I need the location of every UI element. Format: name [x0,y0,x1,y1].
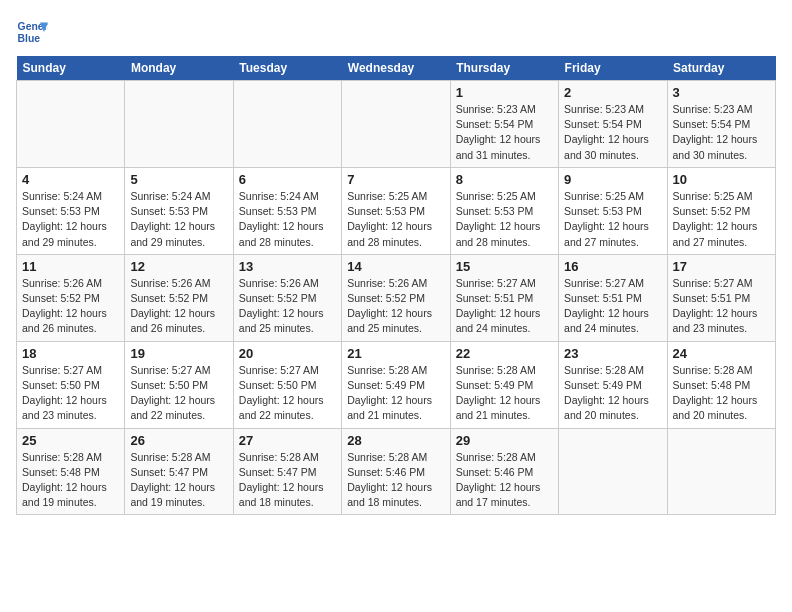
day-info: Sunrise: 5:27 AM Sunset: 5:50 PM Dayligh… [239,363,336,424]
day-number: 2 [564,85,661,100]
calendar-cell: 16Sunrise: 5:27 AM Sunset: 5:51 PM Dayli… [559,254,667,341]
day-info: Sunrise: 5:25 AM Sunset: 5:53 PM Dayligh… [564,189,661,250]
day-info: Sunrise: 5:25 AM Sunset: 5:53 PM Dayligh… [347,189,444,250]
day-info: Sunrise: 5:28 AM Sunset: 5:47 PM Dayligh… [239,450,336,511]
day-number: 20 [239,346,336,361]
day-info: Sunrise: 5:24 AM Sunset: 5:53 PM Dayligh… [239,189,336,250]
week-row-3: 11Sunrise: 5:26 AM Sunset: 5:52 PM Dayli… [17,254,776,341]
calendar-cell: 24Sunrise: 5:28 AM Sunset: 5:48 PM Dayli… [667,341,775,428]
day-info: Sunrise: 5:28 AM Sunset: 5:48 PM Dayligh… [673,363,770,424]
day-info: Sunrise: 5:24 AM Sunset: 5:53 PM Dayligh… [22,189,119,250]
weekday-thursday: Thursday [450,56,558,81]
weekday-tuesday: Tuesday [233,56,341,81]
calendar-cell: 15Sunrise: 5:27 AM Sunset: 5:51 PM Dayli… [450,254,558,341]
day-number: 1 [456,85,553,100]
calendar-cell: 12Sunrise: 5:26 AM Sunset: 5:52 PM Dayli… [125,254,233,341]
day-info: Sunrise: 5:26 AM Sunset: 5:52 PM Dayligh… [22,276,119,337]
day-number: 21 [347,346,444,361]
day-number: 22 [456,346,553,361]
day-number: 3 [673,85,770,100]
weekday-wednesday: Wednesday [342,56,450,81]
weekday-sunday: Sunday [17,56,125,81]
calendar-cell: 29Sunrise: 5:28 AM Sunset: 5:46 PM Dayli… [450,428,558,515]
day-info: Sunrise: 5:27 AM Sunset: 5:50 PM Dayligh… [130,363,227,424]
calendar-table: SundayMondayTuesdayWednesdayThursdayFrid… [16,56,776,515]
day-number: 17 [673,259,770,274]
weekday-friday: Friday [559,56,667,81]
calendar-cell [559,428,667,515]
day-info: Sunrise: 5:25 AM Sunset: 5:52 PM Dayligh… [673,189,770,250]
day-number: 8 [456,172,553,187]
calendar-cell: 14Sunrise: 5:26 AM Sunset: 5:52 PM Dayli… [342,254,450,341]
day-number: 7 [347,172,444,187]
calendar-cell: 27Sunrise: 5:28 AM Sunset: 5:47 PM Dayli… [233,428,341,515]
day-info: Sunrise: 5:26 AM Sunset: 5:52 PM Dayligh… [130,276,227,337]
page-header: General Blue [16,16,776,48]
calendar-cell: 21Sunrise: 5:28 AM Sunset: 5:49 PM Dayli… [342,341,450,428]
day-number: 13 [239,259,336,274]
day-number: 15 [456,259,553,274]
day-info: Sunrise: 5:23 AM Sunset: 5:54 PM Dayligh… [456,102,553,163]
day-number: 23 [564,346,661,361]
svg-text:Blue: Blue [18,33,41,44]
day-info: Sunrise: 5:26 AM Sunset: 5:52 PM Dayligh… [239,276,336,337]
day-info: Sunrise: 5:26 AM Sunset: 5:52 PM Dayligh… [347,276,444,337]
calendar-cell: 4Sunrise: 5:24 AM Sunset: 5:53 PM Daylig… [17,167,125,254]
calendar-cell: 23Sunrise: 5:28 AM Sunset: 5:49 PM Dayli… [559,341,667,428]
calendar-cell: 17Sunrise: 5:27 AM Sunset: 5:51 PM Dayli… [667,254,775,341]
calendar-cell: 28Sunrise: 5:28 AM Sunset: 5:46 PM Dayli… [342,428,450,515]
day-number: 4 [22,172,119,187]
calendar-cell: 2Sunrise: 5:23 AM Sunset: 5:54 PM Daylig… [559,81,667,168]
week-row-1: 1Sunrise: 5:23 AM Sunset: 5:54 PM Daylig… [17,81,776,168]
day-info: Sunrise: 5:28 AM Sunset: 5:48 PM Dayligh… [22,450,119,511]
day-info: Sunrise: 5:23 AM Sunset: 5:54 PM Dayligh… [564,102,661,163]
week-row-2: 4Sunrise: 5:24 AM Sunset: 5:53 PM Daylig… [17,167,776,254]
calendar-body: 1Sunrise: 5:23 AM Sunset: 5:54 PM Daylig… [17,81,776,515]
day-info: Sunrise: 5:28 AM Sunset: 5:49 PM Dayligh… [564,363,661,424]
calendar-cell: 6Sunrise: 5:24 AM Sunset: 5:53 PM Daylig… [233,167,341,254]
day-number: 29 [456,433,553,448]
calendar-cell: 25Sunrise: 5:28 AM Sunset: 5:48 PM Dayli… [17,428,125,515]
day-number: 11 [22,259,119,274]
week-row-4: 18Sunrise: 5:27 AM Sunset: 5:50 PM Dayli… [17,341,776,428]
day-info: Sunrise: 5:28 AM Sunset: 5:49 PM Dayligh… [456,363,553,424]
calendar-cell: 1Sunrise: 5:23 AM Sunset: 5:54 PM Daylig… [450,81,558,168]
day-info: Sunrise: 5:27 AM Sunset: 5:51 PM Dayligh… [456,276,553,337]
calendar-cell: 10Sunrise: 5:25 AM Sunset: 5:52 PM Dayli… [667,167,775,254]
day-info: Sunrise: 5:27 AM Sunset: 5:51 PM Dayligh… [673,276,770,337]
day-number: 12 [130,259,227,274]
calendar-cell: 7Sunrise: 5:25 AM Sunset: 5:53 PM Daylig… [342,167,450,254]
day-info: Sunrise: 5:24 AM Sunset: 5:53 PM Dayligh… [130,189,227,250]
day-info: Sunrise: 5:27 AM Sunset: 5:50 PM Dayligh… [22,363,119,424]
day-number: 10 [673,172,770,187]
calendar-cell [667,428,775,515]
day-info: Sunrise: 5:27 AM Sunset: 5:51 PM Dayligh… [564,276,661,337]
day-number: 24 [673,346,770,361]
calendar-cell: 26Sunrise: 5:28 AM Sunset: 5:47 PM Dayli… [125,428,233,515]
calendar-cell [233,81,341,168]
calendar-cell: 18Sunrise: 5:27 AM Sunset: 5:50 PM Dayli… [17,341,125,428]
calendar-cell: 9Sunrise: 5:25 AM Sunset: 5:53 PM Daylig… [559,167,667,254]
day-info: Sunrise: 5:28 AM Sunset: 5:46 PM Dayligh… [347,450,444,511]
day-number: 6 [239,172,336,187]
day-info: Sunrise: 5:23 AM Sunset: 5:54 PM Dayligh… [673,102,770,163]
calendar-cell: 11Sunrise: 5:26 AM Sunset: 5:52 PM Dayli… [17,254,125,341]
calendar-cell [342,81,450,168]
day-info: Sunrise: 5:28 AM Sunset: 5:47 PM Dayligh… [130,450,227,511]
weekday-saturday: Saturday [667,56,775,81]
weekday-monday: Monday [125,56,233,81]
day-number: 25 [22,433,119,448]
day-info: Sunrise: 5:28 AM Sunset: 5:46 PM Dayligh… [456,450,553,511]
calendar-cell [17,81,125,168]
calendar-cell: 19Sunrise: 5:27 AM Sunset: 5:50 PM Dayli… [125,341,233,428]
day-number: 5 [130,172,227,187]
day-number: 18 [22,346,119,361]
calendar-cell [125,81,233,168]
day-number: 19 [130,346,227,361]
day-number: 14 [347,259,444,274]
day-info: Sunrise: 5:25 AM Sunset: 5:53 PM Dayligh… [456,189,553,250]
calendar-cell: 13Sunrise: 5:26 AM Sunset: 5:52 PM Dayli… [233,254,341,341]
day-number: 16 [564,259,661,274]
day-number: 9 [564,172,661,187]
week-row-5: 25Sunrise: 5:28 AM Sunset: 5:48 PM Dayli… [17,428,776,515]
